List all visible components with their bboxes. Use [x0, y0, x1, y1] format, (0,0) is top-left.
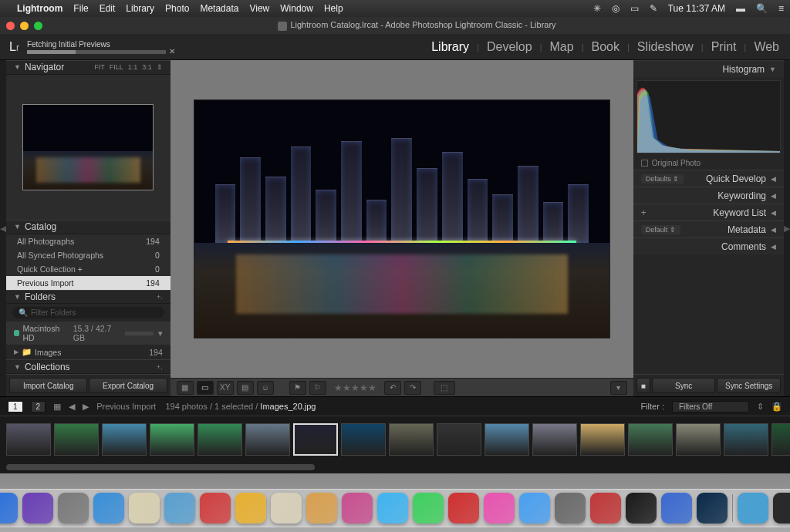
dock-item-icon[interactable] [773, 493, 791, 524]
filmstrip-thumbnail[interactable] [6, 423, 51, 456]
dock-app-icon[interactable] [519, 493, 550, 524]
dock-app-icon[interactable] [413, 493, 444, 524]
sync-button[interactable]: Sync [652, 378, 716, 393]
rating-stars[interactable]: ★★★★★ [334, 382, 376, 393]
menu-library[interactable]: Library [126, 3, 154, 14]
grid-view-button[interactable]: ▦ [177, 381, 194, 395]
dock-app-icon[interactable] [0, 493, 18, 524]
dock-app-icon[interactable] [306, 493, 337, 524]
dock-item-icon[interactable] [738, 493, 768, 524]
filmstrip-thumbnail[interactable] [341, 423, 386, 456]
collections-panel-header[interactable]: ▼ Collections +. [6, 359, 170, 374]
window-minimize-button[interactable] [20, 22, 29, 30]
folder-row[interactable]: ▶ 📁 Images 194 [6, 345, 170, 359]
rotate-left-button[interactable]: ↶ [384, 381, 401, 395]
filmstrip-thumbnail[interactable] [389, 423, 434, 456]
filmstrip-thumbnail[interactable] [293, 423, 338, 456]
rotate-right-button[interactable]: ↷ [404, 381, 421, 395]
filmstrip-thumbnail[interactable] [580, 423, 625, 456]
dock-app-icon[interactable] [626, 493, 657, 524]
keywording-panel-header[interactable]: Keywording◀ [633, 187, 784, 204]
dock-app-icon[interactable] [129, 493, 160, 524]
dock-app-icon[interactable] [93, 493, 124, 524]
dock-app-icon[interactable] [377, 493, 408, 524]
module-web[interactable]: Web [752, 39, 781, 56]
menu-help[interactable]: Help [324, 3, 343, 14]
folder-drive-row[interactable]: Macintosh HD 15.3 / 42.7 GB ▾ [6, 322, 170, 345]
nav-zoom-fill[interactable]: FILL [110, 63, 123, 71]
spotlight-icon[interactable]: 🔍 [756, 3, 768, 14]
catalog-row-previous-import[interactable]: Previous Import194 [6, 276, 170, 290]
histogram-panel-header[interactable]: Histogram▼ [633, 60, 784, 77]
menu-metadata[interactable]: Metadata [200, 3, 238, 14]
sync-settings-button[interactable]: Sync Settings [717, 378, 781, 393]
menu-edit[interactable]: Edit [100, 3, 116, 14]
filmstrip-thumbnail[interactable] [628, 423, 673, 456]
compare-view-button[interactable]: XY [217, 381, 234, 395]
module-slideshow[interactable]: Slideshow [636, 39, 695, 56]
sync-status-icon[interactable]: ◎ [612, 3, 620, 14]
window-zoom-button[interactable] [34, 22, 42, 30]
nav-zoom-dropdown-icon[interactable]: ⇕ [157, 63, 163, 71]
keyword-list-panel-header[interactable]: + Keyword List◀ [633, 204, 784, 221]
menu-photo[interactable]: Photo [165, 3, 189, 14]
survey-view-button[interactable]: ▤ [237, 381, 254, 395]
dock-app-icon[interactable] [342, 493, 373, 524]
module-develop[interactable]: Develop [485, 39, 534, 56]
cc-status-icon[interactable]: ✳ [593, 3, 601, 14]
script-icon[interactable]: ✎ [650, 3, 657, 14]
dock-app-icon[interactable] [484, 493, 515, 524]
filmstrip-thumbnail[interactable] [724, 423, 768, 456]
nav-forward-button[interactable]: ▶ [83, 402, 89, 412]
filmstrip-thumbnail[interactable] [532, 423, 577, 456]
filmstrip[interactable] [0, 416, 790, 463]
quick-develop-panel-header[interactable]: Defaults ⇕ Quick Develop◀ [633, 170, 784, 187]
dock-app-icon[interactable] [590, 493, 621, 524]
dock-app-icon[interactable] [58, 493, 89, 524]
module-map[interactable]: Map [549, 39, 576, 56]
dock-app-icon[interactable] [235, 493, 266, 524]
comments-panel-header[interactable]: Comments◀ [633, 237, 784, 254]
metadata-panel-header[interactable]: Default ⇕ Metadata◀ [633, 221, 784, 237]
navigator-preview[interactable] [6, 75, 170, 220]
catalog-row-quick-collection[interactable]: Quick Collection +0 [6, 262, 170, 276]
nav-back-button[interactable]: ◀ [69, 402, 75, 412]
flag-reject-button[interactable]: ⚐ [309, 381, 326, 395]
grid-icon[interactable]: ▦ [53, 402, 61, 412]
loupe-view-button[interactable]: ▭ [197, 381, 214, 395]
original-photo-checkbox[interactable]: Original Photo [633, 157, 784, 170]
filmstrip-thumbnail[interactable] [484, 423, 529, 456]
nav-zoom-3-1[interactable]: 3:1 [142, 63, 152, 71]
filmstrip-breadcrumb[interactable]: Previous Import 194 photos / 1 selected … [96, 402, 316, 411]
dock-app-icon[interactable] [200, 493, 231, 524]
menu-file[interactable]: File [73, 3, 88, 14]
dock-app-icon[interactable] [164, 493, 195, 524]
toolbar-menu-button[interactable]: ▾ [610, 381, 627, 395]
display-icon[interactable]: ▭ [630, 3, 639, 14]
menu-view[interactable]: View [249, 3, 269, 14]
flag-icon[interactable]: ▬ [736, 3, 745, 14]
folders-panel-header[interactable]: ▼ Folders +. [6, 290, 170, 305]
filmstrip-thumbnail[interactable] [676, 423, 721, 456]
right-panel-toggle[interactable]: ▶ [784, 60, 790, 396]
folder-filter-input[interactable]: 🔍 Filter Folders [12, 307, 164, 318]
image-viewer[interactable] [170, 60, 633, 378]
dock-app-icon[interactable] [22, 493, 53, 524]
filmstrip-thumbnail[interactable] [150, 423, 194, 456]
metadata-preset-dropdown[interactable]: Default ⇕ [641, 225, 680, 234]
catalog-panel-header[interactable]: ▼ Catalog [6, 220, 170, 234]
menu-window[interactable]: Window [280, 3, 313, 14]
sync-toggle-button[interactable]: ■ [636, 378, 650, 393]
dock-app-icon[interactable] [697, 493, 728, 524]
filmstrip-thumbnail[interactable] [437, 423, 481, 456]
filmstrip-thumbnail[interactable] [102, 423, 147, 456]
export-catalog-button[interactable]: Export Catalog [89, 378, 167, 393]
quick-develop-preset-dropdown[interactable]: Defaults ⇕ [641, 174, 684, 184]
app-menu[interactable]: Lightroom [17, 3, 62, 14]
filmstrip-thumbnail[interactable] [198, 423, 242, 456]
module-library[interactable]: Library [430, 39, 471, 56]
flag-pick-button[interactable]: ⚑ [289, 381, 306, 395]
window-close-button[interactable] [6, 22, 15, 30]
left-panel-toggle[interactable]: ◀ [0, 60, 6, 396]
nav-zoom-1-1[interactable]: 1:1 [128, 63, 138, 71]
